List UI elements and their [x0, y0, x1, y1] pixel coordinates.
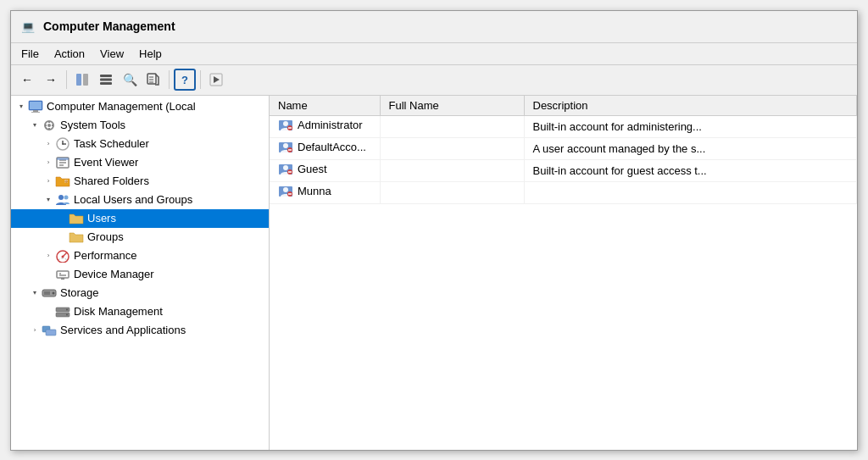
table-row[interactable]: GuestBuilt-in account for guest access t…: [270, 159, 857, 181]
svg-point-24: [62, 143, 64, 145]
tree-panel: Computer Management (Local System Tools: [11, 96, 270, 450]
system-tools-icon: [42, 118, 57, 133]
toolbar-separator-2: [169, 70, 170, 89]
menu-file[interactable]: File: [14, 46, 46, 62]
expander-root[interactable]: [14, 100, 28, 114]
storage-icon: [42, 285, 57, 301]
tree-label-root: Computer Management (Local: [47, 100, 196, 113]
svg-rect-50: [46, 330, 56, 335]
content-area: Computer Management (Local System Tools: [11, 96, 857, 450]
svg-point-36: [62, 255, 64, 258]
user-fullname-cell: [380, 115, 524, 137]
help-button[interactable]: ?: [174, 69, 196, 91]
tree-item-task-scheduler[interactable]: Task Scheduler: [11, 135, 269, 153]
users-folder-icon: [69, 211, 84, 226]
svg-rect-38: [61, 278, 64, 280]
tree-item-event-viewer[interactable]: Event Viewer: [11, 153, 269, 172]
tree-item-disk-management[interactable]: Disk Management: [11, 302, 269, 321]
search-button[interactable]: 🔍: [119, 69, 141, 91]
tree-item-services[interactable]: Services and Applications: [11, 321, 269, 340]
event-viewer-icon: [55, 155, 70, 170]
col-fullname[interactable]: Full Name: [380, 96, 524, 116]
expander-storage[interactable]: [28, 286, 42, 300]
computer-icon: [28, 99, 43, 114]
tree-item-local-users[interactable]: Local Users and Groups: [11, 191, 269, 209]
svg-rect-13: [31, 112, 40, 113]
local-users-icon: [55, 192, 70, 208]
back-button[interactable]: ←: [16, 69, 38, 91]
user-description-cell: A user account managed by the s...: [524, 137, 857, 159]
svg-point-33: [64, 195, 69, 199]
expander-performance[interactable]: [42, 249, 55, 263]
run-button[interactable]: [205, 69, 227, 91]
tree-label-groups: Groups: [87, 230, 124, 243]
menu-view[interactable]: View: [93, 46, 131, 62]
svg-rect-3: [100, 79, 112, 81]
user-fullname-cell: [380, 137, 524, 159]
svg-text:✤: ✤: [64, 179, 68, 184]
tree-label-storage: Storage: [60, 286, 99, 299]
svg-rect-14: [30, 102, 42, 109]
expander-system-tools[interactable]: [28, 119, 42, 132]
main-window: 💻 Computer Management File Action View H…: [10, 10, 858, 451]
svg-point-64: [283, 187, 288, 192]
user-description-cell: [524, 181, 857, 203]
table-row[interactable]: AdministratorBuilt-in account for admini…: [270, 115, 857, 137]
forward-button[interactable]: →: [40, 69, 62, 91]
col-description[interactable]: Description: [524, 96, 857, 116]
svg-point-60: [283, 165, 288, 170]
show-tree-button[interactable]: [71, 69, 93, 91]
expander-shared-folders[interactable]: [42, 175, 55, 188]
tree-item-groups[interactable]: Groups: [11, 228, 269, 247]
users-table: Name Full Name Description Administrator…: [270, 96, 857, 204]
svg-point-47: [66, 308, 68, 310]
tree-item-device-manager[interactable]: Device Manager: [11, 265, 269, 284]
toolbar: ← → 🔍 ?: [11, 65, 857, 96]
tree-label-local-users: Local Users and Groups: [74, 193, 192, 206]
svg-point-52: [283, 121, 288, 126]
detail-panel: Name Full Name Description Administrator…: [270, 96, 857, 450]
expander-task-scheduler[interactable]: [42, 137, 55, 151]
list-button[interactable]: [95, 69, 117, 91]
services-icon: [42, 323, 57, 338]
user-name-cell: DefaultAcco...: [270, 137, 380, 159]
tree-item-system-tools[interactable]: System Tools: [11, 116, 269, 135]
tree-item-root[interactable]: Computer Management (Local: [11, 97, 269, 116]
svg-point-42: [53, 291, 55, 294]
user-name-cell: Administrator: [270, 115, 380, 137]
svg-rect-2: [100, 75, 112, 77]
tree-label-system-tools: System Tools: [60, 119, 125, 131]
device-manager-icon: [55, 267, 70, 282]
tree-label-event-viewer: Event Viewer: [74, 156, 138, 169]
user-fullname-cell: [380, 159, 524, 181]
tree-label-disk-management: Disk Management: [74, 305, 163, 318]
user-description-cell: Built-in account for guest access t...: [524, 159, 857, 181]
disk-management-icon: [55, 304, 70, 319]
svg-rect-29: [57, 158, 69, 160]
table-row[interactable]: DefaultAcco...A user account managed by …: [270, 137, 857, 159]
task-scheduler-icon: [55, 136, 70, 152]
tree-item-shared-folders[interactable]: ✤ Shared Folders: [11, 172, 269, 191]
expander-local-users[interactable]: [42, 193, 55, 207]
expander-event-viewer[interactable]: [42, 156, 55, 169]
svg-rect-4: [100, 82, 112, 85]
app-icon: 💻: [19, 18, 36, 35]
table-row[interactable]: Munna: [270, 181, 857, 203]
tree-label-services: Services and Applications: [60, 324, 186, 336]
tree-item-users[interactable]: Users: [11, 209, 269, 228]
menu-action[interactable]: Action: [47, 46, 92, 62]
export-button[interactable]: [142, 69, 164, 91]
svg-point-56: [283, 143, 288, 148]
shared-folders-icon: ✤: [55, 174, 70, 189]
svg-rect-37: [57, 271, 69, 278]
tree-item-performance[interactable]: Performance: [11, 247, 269, 265]
col-name[interactable]: Name: [270, 96, 380, 116]
user-name-cell: Munna: [270, 181, 380, 203]
expander-services[interactable]: [28, 324, 42, 337]
performance-icon: [55, 248, 70, 263]
svg-point-20: [47, 124, 51, 127]
tree-item-storage[interactable]: Storage: [11, 284, 269, 302]
window-title: Computer Management: [43, 19, 175, 33]
menu-bar: File Action View Help: [11, 43, 857, 65]
menu-help[interactable]: Help: [132, 46, 169, 62]
